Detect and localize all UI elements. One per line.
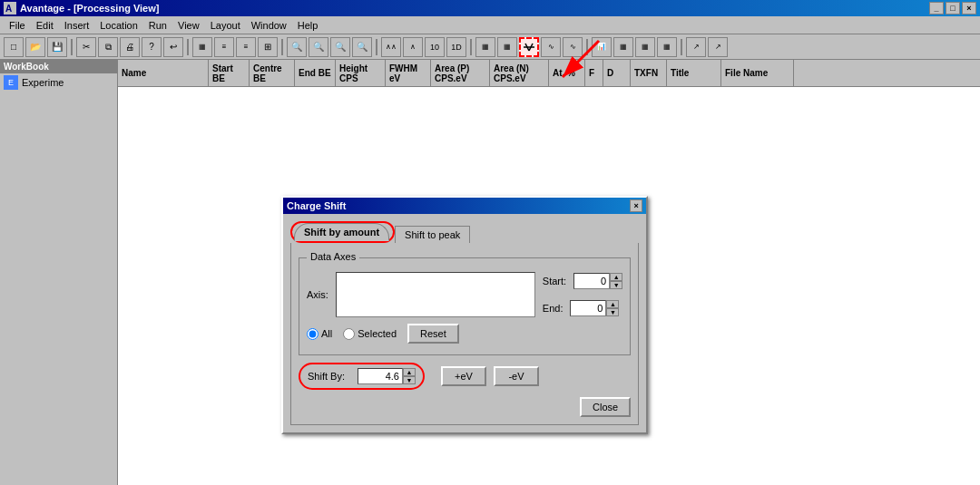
- toolbar-grid1[interactable]: ▦: [475, 37, 495, 57]
- dialog-body: Shift by amount Shift to peak Data Axes …: [283, 214, 646, 432]
- toolbar-b2[interactable]: ≡: [214, 37, 234, 57]
- toolbar-charge-shift-highlighted[interactable]: [519, 37, 539, 57]
- shift-by-spin-up[interactable]: ▲: [403, 368, 416, 376]
- dialog-overlay: Charge Shift × Shift by amount Shift to …: [281, 196, 648, 434]
- title-bar: A Avantage - [Processing View] _ □ ×: [0, 0, 980, 16]
- app-title: Avantage - [Processing View]: [20, 3, 159, 14]
- toolbar-new[interactable]: □: [4, 37, 24, 57]
- toolbar-1d[interactable]: 1D: [446, 37, 466, 57]
- close-bottom-button[interactable]: Close: [580, 397, 631, 417]
- col-area-p: Area (P) CPS.eV: [431, 60, 490, 86]
- toolbar-curve2[interactable]: ∧: [403, 37, 423, 57]
- col-start-be: Start BE: [209, 60, 250, 86]
- toolbar-b8[interactable]: ▦: [635, 37, 655, 57]
- menu-insert[interactable]: Insert: [59, 18, 95, 33]
- toolbar-b1[interactable]: ▦: [192, 37, 212, 57]
- end-spin-down[interactable]: ▼: [606, 308, 619, 316]
- menu-location[interactable]: Location: [94, 18, 143, 33]
- shift-by-spinbox: ▲ ▼: [358, 368, 416, 384]
- toolbar-curve1[interactable]: ∧∧: [381, 37, 401, 57]
- axis-label: Axis:: [307, 289, 328, 300]
- toolbar-10[interactable]: 10: [425, 37, 445, 57]
- toolbar-sep6: [586, 39, 588, 55]
- col-centre-be: Centre BE: [250, 60, 295, 86]
- maximize-btn[interactable]: □: [946, 2, 960, 15]
- toolbar-save[interactable]: 💾: [47, 37, 67, 57]
- app-icon: A: [4, 2, 16, 15]
- tab-content: Data Axes Axis: Start:: [290, 243, 639, 425]
- menu-file[interactable]: File: [4, 18, 31, 33]
- start-spin-btns: ▲ ▼: [610, 273, 622, 289]
- toolbar-zoom4[interactable]: 🔍: [352, 37, 372, 57]
- sidebar-item-experiment[interactable]: E Experime: [0, 73, 117, 92]
- table-header: Name Start BE Centre BE End BE Height CP…: [118, 60, 980, 87]
- toolbar-zoom2[interactable]: 🔍: [309, 37, 328, 57]
- col-name: Name: [118, 60, 209, 86]
- toolbar-cut[interactable]: ✂: [76, 37, 96, 57]
- col-at-pct: At. %: [549, 60, 585, 86]
- shift-by-label: Shift By:: [308, 371, 345, 382]
- toolbar-print[interactable]: 🖨: [120, 37, 140, 57]
- axis-listbox[interactable]: [336, 272, 535, 317]
- toolbar-open[interactable]: 📂: [25, 37, 45, 57]
- toolbar-b6[interactable]: ∿: [563, 37, 583, 57]
- close-btn[interactable]: ×: [962, 2, 976, 15]
- tab-shift-by-amount[interactable]: Shift by amount: [294, 223, 389, 241]
- toolbar-grid2[interactable]: ▦: [497, 37, 517, 57]
- menu-run[interactable]: Run: [143, 18, 172, 33]
- end-input[interactable]: [570, 300, 606, 316]
- radio-selected[interactable]: [343, 328, 355, 340]
- shift-by-spin-down[interactable]: ▼: [403, 376, 416, 384]
- toolbar-sep2: [187, 39, 189, 55]
- toolbar-b4[interactable]: ⊞: [258, 37, 278, 57]
- toolbar-b3[interactable]: ≡: [236, 37, 256, 57]
- toolbar-zoom1[interactable]: 🔍: [287, 37, 307, 57]
- start-spin-down[interactable]: ▼: [610, 281, 622, 289]
- menu-view[interactable]: View: [172, 18, 205, 33]
- col-fwhm: FWHM eV: [386, 60, 431, 86]
- toolbar-sep3: [281, 39, 283, 55]
- toolbar-sep1: [71, 39, 73, 55]
- title-bar-controls: _ □ ×: [929, 2, 976, 15]
- radio-all-label[interactable]: All: [307, 328, 332, 340]
- menu-window[interactable]: Window: [246, 18, 292, 33]
- minimize-btn[interactable]: _: [929, 2, 944, 15]
- tab-shift-to-peak[interactable]: Shift to peak: [395, 226, 470, 243]
- plus-ev-button[interactable]: +eV: [441, 366, 486, 386]
- start-spin-up[interactable]: ▲: [610, 273, 622, 281]
- col-height-cps: Height CPS: [336, 60, 386, 86]
- radio-selected-text: Selected: [358, 328, 397, 339]
- toolbar-undo[interactable]: ↩: [163, 37, 183, 57]
- sidebar: WorkBook E Experime: [0, 60, 118, 485]
- toolbar-sep5: [470, 39, 472, 55]
- col-title: Title: [667, 60, 721, 86]
- radio-selected-label[interactable]: Selected: [343, 328, 397, 340]
- dialog-close-btn[interactable]: ×: [630, 199, 642, 212]
- col-d: D: [603, 60, 631, 86]
- shift-by-row: Shift By: ▲ ▼ +eV -eV: [299, 363, 631, 390]
- sidebar-header: WorkBook: [0, 60, 117, 73]
- toolbar-copy[interactable]: ⧉: [98, 37, 118, 57]
- radio-all[interactable]: [307, 328, 318, 340]
- minus-ev-button[interactable]: -eV: [494, 366, 539, 386]
- end-spin-up[interactable]: ▲: [606, 300, 619, 308]
- group-label: Data Axes: [307, 251, 359, 262]
- toolbar-b9[interactable]: ▦: [657, 37, 677, 57]
- toolbar-zoom3[interactable]: 🔍: [330, 37, 350, 57]
- toolbar-arrow1[interactable]: ↗: [686, 37, 706, 57]
- dialog-footer: Close: [299, 397, 631, 417]
- toolbar-chart[interactable]: 📊: [592, 37, 612, 57]
- toolbar-b7[interactable]: ▦: [613, 37, 633, 57]
- start-input[interactable]: [573, 273, 610, 289]
- end-row: End: ▲ ▼: [543, 300, 622, 316]
- reset-button[interactable]: Reset: [407, 324, 459, 344]
- toolbar-b5[interactable]: ∿: [541, 37, 561, 57]
- menu-layout[interactable]: Layout: [205, 18, 246, 33]
- menu-edit[interactable]: Edit: [31, 18, 59, 33]
- toolbar-sep4: [376, 39, 377, 55]
- toolbar-help[interactable]: ?: [142, 37, 162, 57]
- shift-by-input[interactable]: [358, 368, 403, 384]
- menu-help[interactable]: Help: [292, 18, 324, 33]
- col-filename: File Name: [721, 60, 794, 86]
- toolbar-arrow2[interactable]: ↗: [708, 37, 728, 57]
